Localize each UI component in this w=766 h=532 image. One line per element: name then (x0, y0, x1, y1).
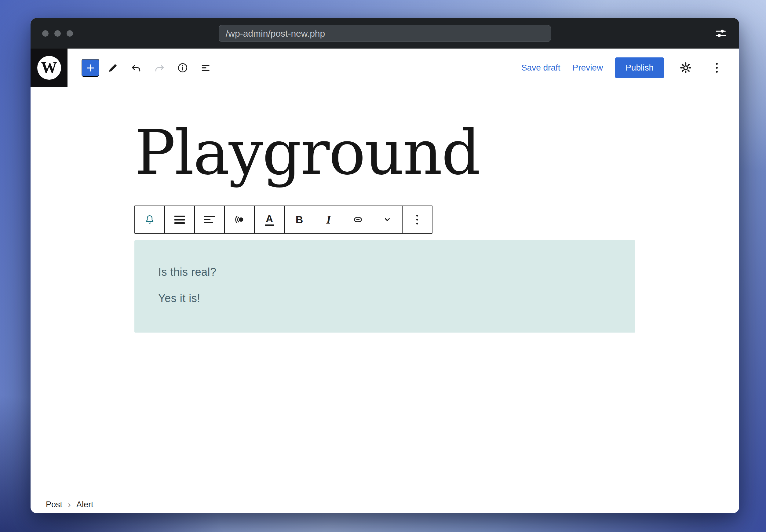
window-controls (42, 30, 73, 37)
text-color-icon: A (265, 213, 274, 226)
plus-icon: + (86, 61, 95, 75)
desktop-background: /wp-admin/post-new.php W + (0, 0, 766, 532)
bold-button[interactable]: B (285, 206, 314, 233)
pencil-icon (107, 62, 119, 74)
info-icon (177, 62, 189, 74)
block-toolbar: A B I (134, 206, 432, 234)
text-align-group (195, 206, 225, 233)
details-button[interactable] (173, 58, 192, 77)
browser-settings-button[interactable] (713, 26, 728, 41)
browser-window: /wp-admin/post-new.php W + (31, 18, 739, 513)
browser-titlebar: /wp-admin/post-new.php (31, 18, 739, 49)
italic-icon: I (326, 213, 331, 226)
bell-icon (144, 213, 156, 226)
kebab-icon (716, 63, 718, 73)
editor-toolbar-left: + (82, 58, 215, 77)
window-minimize-button[interactable] (54, 30, 61, 37)
highlight-button[interactable] (225, 206, 254, 233)
kebab-icon (416, 215, 418, 224)
redo-button[interactable] (150, 58, 169, 77)
breadcrumb-post[interactable]: Post (46, 500, 62, 509)
italic-button[interactable]: I (314, 206, 343, 233)
block-options-group (403, 206, 432, 233)
undo-icon (130, 62, 142, 74)
list-view-icon (200, 62, 212, 74)
alert-block-type-button[interactable] (135, 206, 164, 233)
alert-paragraph[interactable]: Yes it is! (158, 290, 611, 306)
more-rich-text-button[interactable] (373, 206, 402, 233)
address-bar[interactable]: /wp-admin/post-new.php (219, 25, 551, 42)
options-menu-button[interactable] (707, 58, 726, 77)
text-color-button[interactable]: A (255, 206, 284, 233)
link-button[interactable] (343, 206, 373, 233)
editor-canvas: Playground (31, 87, 739, 496)
publish-button[interactable]: Publish (615, 57, 664, 78)
block-options-button[interactable] (403, 206, 432, 233)
block-align-group (165, 206, 195, 233)
editor-toolbar-right: Save draft Preview Publish (521, 57, 726, 78)
sliders-icon (714, 27, 728, 40)
block-alignment-button[interactable] (165, 206, 194, 233)
alignment-icon (174, 216, 185, 224)
list-view-button[interactable] (196, 58, 215, 77)
save-draft-button[interactable]: Save draft (521, 63, 560, 73)
gear-icon (679, 61, 692, 75)
text-align-button[interactable] (195, 206, 224, 233)
bold-icon: B (296, 214, 303, 226)
edit-mode-button[interactable] (104, 58, 122, 77)
block-inserter-button[interactable]: + (82, 59, 99, 77)
block-type-group (135, 206, 165, 233)
redo-icon (153, 62, 166, 74)
highlight-icon (233, 213, 246, 226)
link-icon (352, 213, 364, 226)
wordpress-logo-button[interactable]: W (31, 49, 67, 87)
address-bar-url: /wp-admin/post-new.php (226, 28, 325, 39)
publish-button-label: Publish (626, 63, 654, 73)
highlight-group (225, 206, 255, 233)
rich-text-group: B I (285, 206, 403, 233)
editor-header: W + (31, 49, 739, 87)
text-color-group: A (255, 206, 285, 233)
alert-paragraph[interactable]: Is this real? (158, 264, 611, 280)
chevron-down-icon (381, 213, 393, 226)
window-close-button[interactable] (42, 30, 49, 37)
undo-button[interactable] (127, 58, 146, 77)
text-align-left-icon (204, 216, 215, 223)
post-title-field[interactable]: Playground (134, 118, 635, 188)
breadcrumb: Post › Alert (31, 496, 739, 513)
alert-block[interactable]: Is this real? Yes it is! (134, 240, 635, 333)
chevron-right-icon: › (68, 500, 71, 509)
preview-button[interactable]: Preview (573, 63, 603, 73)
window-zoom-button[interactable] (67, 30, 73, 37)
settings-button[interactable] (676, 58, 695, 77)
breadcrumb-block: Alert (76, 500, 93, 509)
post-content-column: Playground (134, 118, 635, 333)
wordpress-icon: W (37, 56, 61, 80)
